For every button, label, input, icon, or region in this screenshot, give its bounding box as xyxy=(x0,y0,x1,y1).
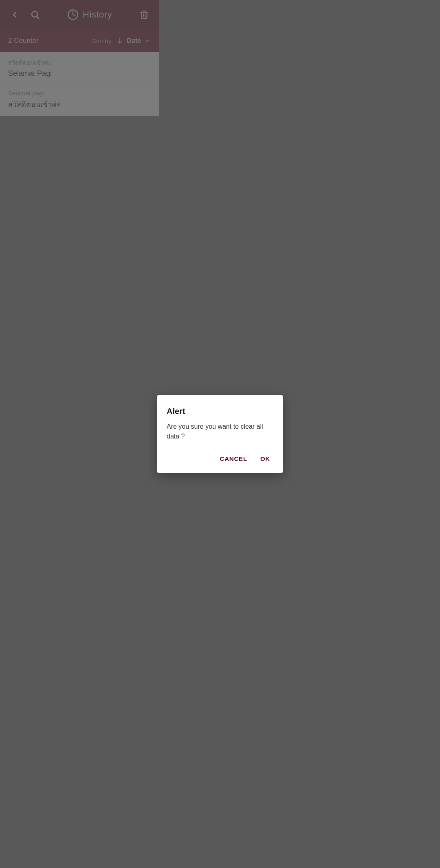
modal-overlay: Alert Are you sure you want to clear all… xyxy=(0,0,159,331)
